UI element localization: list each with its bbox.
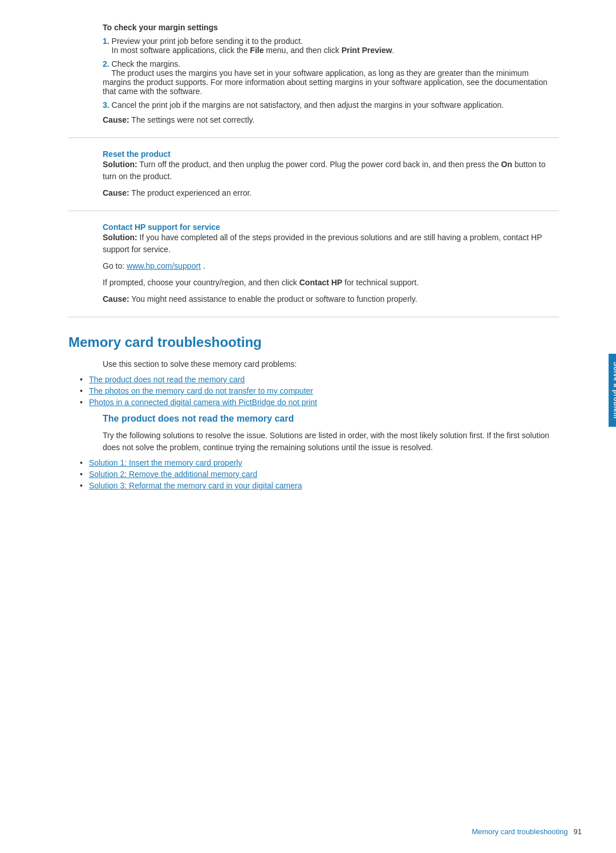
memory-card-link-1-anchor[interactable]: The product does not read the memory car… bbox=[89, 375, 245, 384]
memory-card-links-list: The product does not read the memory car… bbox=[80, 375, 559, 407]
memory-card-section: Memory card troubleshooting Use this sec… bbox=[68, 334, 559, 407]
memory-card-intro: Use this section to solve these memory c… bbox=[103, 358, 559, 370]
footer-page-num: 91 bbox=[574, 827, 582, 836]
contact-cause: Cause: You might need assistance to enab… bbox=[103, 293, 559, 305]
cause-label-3: Cause: bbox=[103, 294, 129, 304]
divider-2 bbox=[68, 211, 559, 211]
margin-settings-section: To check your margin settings 1. Preview… bbox=[103, 23, 559, 126]
memory-card-link-3-anchor[interactable]: Photos in a connected digital camera wit… bbox=[89, 398, 317, 407]
cause-text-1: The settings were not set correctly. bbox=[131, 115, 254, 124]
contact-hp-heading[interactable]: Contact HP support for service bbox=[103, 223, 220, 232]
step-1-num: 1. bbox=[103, 37, 110, 46]
product-no-read-solutions-list: Solution 1: Insert the memory card prope… bbox=[80, 458, 559, 490]
solution-link-2[interactable]: Solution 2: Remove the additional memory… bbox=[80, 470, 559, 479]
go-to-line: Go to: www.hp.com/support . bbox=[103, 260, 559, 272]
step-3-text: Cancel the print job if the margins are … bbox=[112, 100, 504, 110]
margin-cause: Cause: The settings were not set correct… bbox=[103, 114, 559, 126]
memory-card-link-3[interactable]: Photos in a connected digital camera wit… bbox=[80, 398, 559, 407]
go-to-prefix: Go to: bbox=[103, 261, 127, 270]
product-no-read-section: The product does not read the memory car… bbox=[68, 414, 559, 490]
divider-1 bbox=[68, 138, 559, 138]
reset-solution-text: Solution: Turn off the product, and then… bbox=[103, 159, 559, 183]
hp-support-link[interactable]: www.hp.com/support bbox=[127, 261, 201, 270]
solution-link-1[interactable]: Solution 1: Insert the memory card prope… bbox=[80, 458, 559, 467]
step-3: 3. Cancel the print job if the margins a… bbox=[103, 100, 559, 110]
cause-text-3: You might need assistance to enable the … bbox=[131, 294, 417, 304]
cause-label-1: Cause: bbox=[103, 115, 129, 124]
step-1-line2: In most software applications, click the… bbox=[103, 46, 394, 55]
solution-link-3[interactable]: Solution 3: Reformat the memory card in … bbox=[80, 481, 559, 490]
step-1: 1. Preview your print job before sending… bbox=[103, 37, 559, 55]
memory-card-link-2-anchor[interactable]: The photos on the memory card do not tra… bbox=[89, 386, 313, 395]
go-to-suffix: . bbox=[203, 261, 205, 270]
contact-hp-section: Contact HP support for service Solution:… bbox=[103, 223, 559, 305]
margin-settings-heading: To check your margin settings bbox=[103, 23, 559, 32]
contact-solution-body: If you have completed all of the steps p… bbox=[103, 233, 542, 254]
step-3-num: 3. bbox=[103, 100, 110, 110]
step-2-num: 2. bbox=[103, 59, 110, 68]
step-1-text: Preview your print job before sending it… bbox=[112, 37, 303, 46]
product-no-read-title: The product does not read the memory car… bbox=[103, 414, 559, 424]
cause-text-2: The product experienced an error. bbox=[131, 188, 252, 197]
memory-card-link-1[interactable]: The product does not read the memory car… bbox=[80, 375, 559, 384]
contact-solution-text: Solution: If you have completed all of t… bbox=[103, 232, 559, 256]
reset-product-section: Reset the product Solution: Turn off the… bbox=[103, 149, 559, 199]
memory-card-link-2[interactable]: The photos on the memory card do not tra… bbox=[80, 386, 559, 395]
solution-link-2-anchor[interactable]: Solution 2: Remove the additional memory… bbox=[89, 470, 257, 479]
solution-link-1-anchor[interactable]: Solution 1: Insert the memory card prope… bbox=[89, 458, 242, 467]
solution-link-3-anchor[interactable]: Solution 3: Reformat the memory card in … bbox=[89, 481, 302, 490]
footer-link-text: Memory card troubleshooting bbox=[472, 827, 568, 836]
divider-3 bbox=[68, 317, 559, 317]
cause-label-2: Cause: bbox=[103, 188, 129, 197]
page-footer: Memory card troubleshooting 91 bbox=[472, 827, 582, 836]
reset-solution-label: Solution: bbox=[103, 160, 137, 169]
contact-solution-label: Solution: bbox=[103, 233, 137, 242]
product-no-read-intro: Try the following solutions to resolve t… bbox=[103, 430, 559, 454]
side-tab: Solve a problem bbox=[609, 353, 616, 426]
step-2: 2. Check the margins. The product uses t… bbox=[103, 59, 559, 96]
if-prompted-text: If prompted, choose your country/region,… bbox=[103, 277, 559, 289]
if-prompted-body: If prompted, choose your country/region,… bbox=[103, 278, 419, 287]
reset-solution-body: Turn off the product, and then unplug th… bbox=[103, 160, 545, 181]
reset-cause: Cause: The product experienced an error. bbox=[103, 187, 559, 199]
memory-card-title: Memory card troubleshooting bbox=[68, 334, 559, 350]
step-2-text: Check the margins. bbox=[112, 59, 181, 68]
reset-product-heading[interactable]: Reset the product bbox=[103, 149, 171, 159]
step-2-detail: The product uses the margins you have se… bbox=[103, 68, 548, 96]
